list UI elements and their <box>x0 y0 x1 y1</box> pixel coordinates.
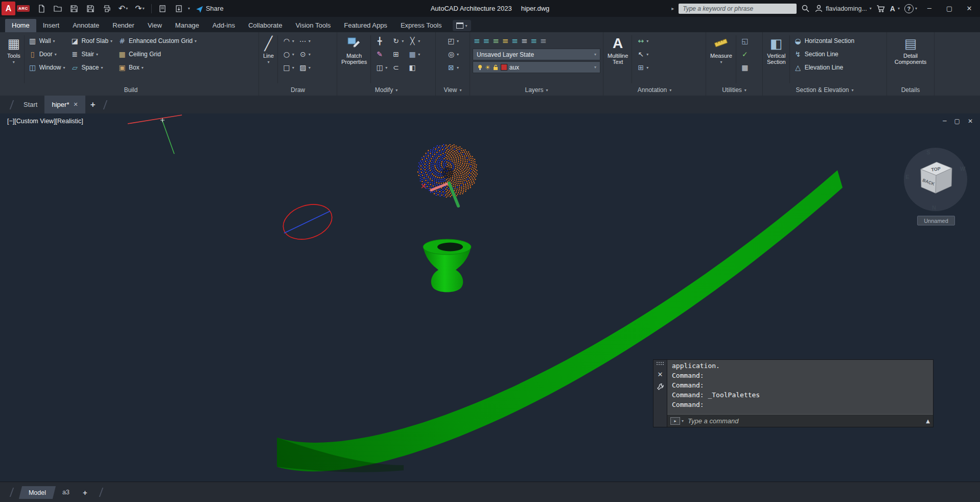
tab-add-ins[interactable]: Add-ins <box>206 19 242 32</box>
save-as-button[interactable] <box>83 2 98 15</box>
close-tab-icon[interactable]: ✕ <box>73 101 78 108</box>
arc-button[interactable]: ◠▾ <box>280 37 296 45</box>
layer-match-icon[interactable]: ≡ <box>530 36 537 45</box>
trim-button[interactable]: ╳▾ <box>406 37 422 45</box>
quick-calc-button[interactable]: ▦ <box>738 63 752 72</box>
save-to-web-button[interactable] <box>172 2 187 15</box>
horizontal-section-button[interactable]: ◒Horizontal Section <box>792 34 856 48</box>
search-icon[interactable] <box>801 4 810 13</box>
expand-history-icon[interactable]: ▲ <box>926 418 930 424</box>
new-layout-button[interactable]: + <box>78 488 92 497</box>
line-button[interactable]: ╱ Line ▾ <box>262 34 275 64</box>
tab-vision-tools[interactable]: Vision Tools <box>289 19 337 32</box>
viewport-close-button[interactable]: ✕ <box>968 118 973 125</box>
panel-label-layers[interactable]: Layers▾ <box>470 84 603 96</box>
array-button[interactable]: ▦▾ <box>406 50 422 58</box>
tab-view[interactable]: View <box>141 19 169 32</box>
viewport-controls-label[interactable]: [−][Custom View][Realistic] <box>7 118 83 125</box>
construction-ellipse[interactable] <box>279 198 337 245</box>
drag-grip-icon[interactable] <box>656 361 664 366</box>
help-button[interactable]: ? ▾ <box>904 4 917 13</box>
drawing-area[interactable]: S W N E TOP BACK [−][Custom View][Realis… <box>0 113 980 482</box>
match-properties-button[interactable]: MatchProperties <box>340 34 368 65</box>
leader-button[interactable]: ↖▾ <box>634 50 650 58</box>
panel-label-build[interactable]: Build <box>3 84 259 96</box>
enhanced-custom-grid-button[interactable]: #Enhanced Custom Grid▾ <box>116 34 198 48</box>
explode-button[interactable]: ⊞ <box>389 50 406 58</box>
layer-isolate-icon[interactable]: ≡ <box>493 36 499 45</box>
erase-button[interactable]: ✎ <box>373 50 389 58</box>
move-button[interactable]: ╋ <box>373 37 389 45</box>
compass-east-label[interactable]: E <box>905 174 909 180</box>
compass-north-label[interactable]: N <box>932 204 936 211</box>
tab-express-tools[interactable]: Express Tools <box>394 19 449 32</box>
window-minimize-button[interactable]: ─ <box>922 0 937 17</box>
account-button[interactable]: flaviadoming... ▾ <box>814 4 872 13</box>
tab-document-hiper[interactable]: hiper* ✕ <box>44 96 85 113</box>
app-menu-button[interactable]: A <box>2 2 15 15</box>
open-file-button[interactable] <box>50 2 65 15</box>
share-button[interactable]: Share <box>195 5 224 13</box>
new-tab-button[interactable]: + <box>85 100 101 110</box>
panel-label-draw[interactable]: Draw <box>259 84 337 96</box>
rotate-button[interactable]: ↻▾ <box>389 37 406 45</box>
viewport-config-button[interactable]: ⊠▾ <box>445 61 461 74</box>
ribbon-display-toggle[interactable]: ▾ <box>453 20 471 31</box>
circle-button[interactable]: ○▾ <box>280 50 296 58</box>
tab-insert[interactable]: Insert <box>36 19 66 32</box>
wall-button[interactable]: ▥Wall▾ <box>27 34 67 48</box>
close-command-panel-button[interactable]: ✕ <box>658 371 663 378</box>
qat-customize-icon[interactable]: ▾ <box>188 6 190 11</box>
tab-manage[interactable]: Manage <box>169 19 206 32</box>
section-line-button[interactable]: ↯Section Line <box>792 48 856 61</box>
window-maximize-button[interactable]: ▢ <box>942 0 957 17</box>
ucs-axis-marker[interactable] <box>128 115 182 154</box>
panel-label-annotation[interactable]: Annotation▾ <box>603 84 706 96</box>
paste-button[interactable]: ◱ <box>738 37 752 45</box>
cart-icon[interactable] <box>876 4 885 13</box>
tab-render[interactable]: Render <box>106 19 141 32</box>
panel-label-view[interactable]: View▾ <box>436 84 470 96</box>
panel-label-section-elevation[interactable]: Section & Elevation▾ <box>763 84 886 96</box>
vertical-section-button[interactable]: ◧ VerticalSection <box>765 34 787 65</box>
search-collapse-icon[interactable]: ▸ <box>671 6 674 11</box>
detail-components-button[interactable]: ▤ DetailComponents <box>893 34 928 65</box>
command-input[interactable] <box>687 417 923 425</box>
plot-button[interactable] <box>99 2 114 15</box>
layer-walk-icon[interactable]: ≡ <box>540 36 547 45</box>
navigation-button[interactable]: ◎▾ <box>445 48 461 61</box>
copy-button[interactable]: ◫▾ <box>373 63 389 72</box>
tab-home[interactable]: Home <box>5 19 36 32</box>
open-from-web-button[interactable] <box>155 2 171 15</box>
dimension-button[interactable]: ↔▾ <box>634 37 650 45</box>
customize-wrench-icon[interactable] <box>657 383 664 391</box>
viewcube[interactable]: S W N E TOP BACK <box>904 148 967 211</box>
viewport-minimize-button[interactable]: ─ <box>943 118 946 125</box>
measure-button[interactable]: Measure ▾ <box>709 34 734 64</box>
layer-off-icon[interactable]: ≡ <box>483 36 490 45</box>
roof-slab-button[interactable]: ◪Roof Slab▾ <box>68 34 114 48</box>
window-close-button[interactable]: ✕ <box>962 0 977 17</box>
new-file-button[interactable] <box>34 2 49 15</box>
multiline-text-button[interactable]: A MultilineText <box>606 34 629 65</box>
tab-annotate[interactable]: Annotate <box>66 19 106 32</box>
space-button[interactable]: ▱Space▾ <box>68 61 114 74</box>
mirror-button[interactable]: ◧ <box>406 63 422 72</box>
apps-button[interactable]: A▾ <box>890 5 900 13</box>
offset-button[interactable]: ⊂ <box>389 63 406 72</box>
tab-start[interactable]: Start <box>16 96 44 113</box>
viewport-restore-button[interactable]: ▢ <box>954 118 960 125</box>
layer-properties-icon[interactable]: ≡ <box>474 36 480 45</box>
window-button[interactable]: ◫Window▾ <box>27 61 67 74</box>
named-view-badge[interactable]: Unnamed <box>917 216 955 225</box>
command-options-button[interactable]: ▸ ▾ <box>670 417 684 425</box>
layout-tab-a3[interactable]: a3 <box>58 489 74 496</box>
panel-label-utilities[interactable]: Utilities▾ <box>706 84 762 96</box>
layer-freeze-icon[interactable]: ≡ <box>502 36 509 45</box>
panel-label-details[interactable]: Details <box>887 84 934 96</box>
layer-dropdown[interactable]: ☀ aux ▾ <box>473 61 600 73</box>
tools-button[interactable]: ▦ Tools ▾ <box>6 34 22 64</box>
ceiling-grid-button[interactable]: ▦Ceiling Grid <box>116 48 198 61</box>
rectangle-button[interactable]: □▾ <box>280 63 296 72</box>
tab-collaborate[interactable]: Collaborate <box>242 19 289 32</box>
